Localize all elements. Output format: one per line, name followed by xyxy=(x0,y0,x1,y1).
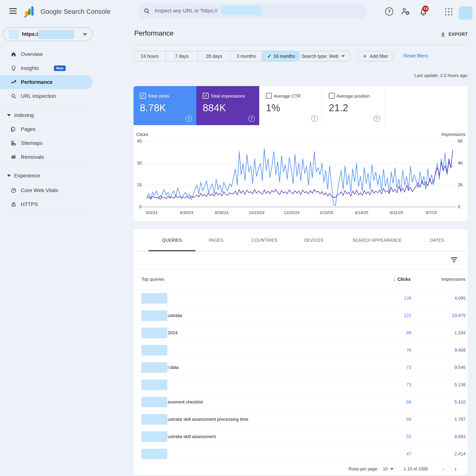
user-settings-icon[interactable] xyxy=(401,7,410,15)
y-axis-left-tick: 15 xyxy=(134,182,142,187)
divider xyxy=(290,52,291,61)
sidebar-item-https[interactable]: HTTPS xyxy=(0,197,93,211)
chevron-down-icon xyxy=(7,175,11,177)
section-experience[interactable]: Experience xyxy=(0,169,93,183)
range-16-months[interactable]: ✓ 16 months xyxy=(262,51,300,61)
x-axis-date-tick: 5/3/24 xyxy=(134,210,169,215)
table-row[interactable]: 76 9,468 xyxy=(134,341,468,359)
sidebar-item-overview[interactable]: Overview xyxy=(0,47,93,61)
y-axis-right-tick: 6K xyxy=(458,139,463,144)
divider xyxy=(4,214,90,215)
search-placeholder: Inspect any URL in "https:// xyxy=(155,8,217,14)
chevron-down-icon xyxy=(7,114,11,116)
x-axis-date-tick: 2/15/25 xyxy=(309,210,344,215)
table-row[interactable]: ustralia skill assessment 50 8,693 xyxy=(134,428,468,445)
sidebar-item-pages[interactable]: Pages xyxy=(0,122,93,136)
dimensions-table-card: QUERIES PAGES COUNTRIES DEVICES SEARCH A… xyxy=(134,229,468,475)
range-7-days[interactable]: 7 days xyxy=(166,51,198,61)
x-axis-date-tick: 10/23/24 xyxy=(239,210,274,215)
tab-search-appearance[interactable]: SEARCH APPEARANCE xyxy=(353,238,402,243)
performance-line-chart[interactable] xyxy=(134,86,468,221)
menu-icon[interactable] xyxy=(9,8,17,15)
export-button[interactable]: EXPORT xyxy=(440,31,468,37)
pagination-range: 1-10 of 1000 xyxy=(404,467,428,472)
table-header: Top queries ↓ Clicks Impressions xyxy=(134,269,468,290)
sidebar-item-sitemaps[interactable]: Sitemaps xyxy=(0,136,93,150)
table-row[interactable]: 2024 99 1,334 xyxy=(134,324,468,341)
redacted-query-box xyxy=(141,293,167,304)
date-range-group: 24 hours 7 days 28 days 3 months ✓ 16 mo… xyxy=(134,51,300,61)
next-page-button[interactable]: › xyxy=(452,466,459,472)
sort-arrow-icon: ↓ xyxy=(393,277,395,282)
x-axis-date-tick: 6/30/24 xyxy=(169,210,204,215)
active-tab-underline xyxy=(148,250,196,251)
range-28-days[interactable]: 28 days xyxy=(198,51,230,61)
table-row[interactable]: i data 73 9,546 xyxy=(134,359,468,376)
new-badge: New xyxy=(54,66,66,71)
column-clicks-sort[interactable]: ↓ Clicks xyxy=(393,277,410,282)
eye-off-icon xyxy=(10,154,17,160)
home-icon xyxy=(10,51,17,57)
y-axis-left-tick: 30 xyxy=(134,161,142,166)
range-3-months[interactable]: 3 months xyxy=(230,51,262,61)
sidebar-item-core-web-vitals[interactable]: Core Web Vitals xyxy=(0,183,93,197)
column-impressions[interactable]: Impressions xyxy=(442,277,466,282)
metrics-chart-card: ✓ Total clicks 8.78K ? ✓ Total impressio… xyxy=(134,86,468,221)
pages-icon xyxy=(10,126,17,132)
lock-icon xyxy=(10,201,17,207)
google-search-console-performance-page: { "colors": { "clicks": "#4c8df6", "impr… xyxy=(0,0,476,476)
section-indexing[interactable]: Indexing xyxy=(0,108,93,122)
last-update-label: Last update: 2.5 hours ago xyxy=(414,73,467,78)
x-axis-date-tick: 12/20/24 xyxy=(274,210,309,215)
notification-count-badge: 74 xyxy=(422,6,429,12)
dimension-tabs: QUERIES PAGES COUNTRIES DEVICES SEARCH A… xyxy=(134,229,468,251)
sidebar-item-removals[interactable]: Removals xyxy=(0,150,93,164)
account-avatar[interactable] xyxy=(459,6,472,20)
redacted-query-box xyxy=(141,414,167,425)
table-row[interactable]: 73 5,138 xyxy=(134,376,468,393)
sidebar-item-insights[interactable]: Insights New xyxy=(0,61,93,75)
chevron-down-icon xyxy=(83,33,87,36)
tab-devices[interactable]: DEVICES xyxy=(304,238,323,243)
redacted-query-box xyxy=(141,431,167,442)
tab-dates[interactable]: DATES xyxy=(430,238,444,243)
table-row[interactable]: ustralia 122 10,475 xyxy=(134,307,468,324)
previous-page-button[interactable]: ‹ xyxy=(440,466,447,472)
reset-filters-link[interactable]: Reset filters xyxy=(404,53,428,59)
check-icon: ✓ xyxy=(267,53,271,59)
tab-countries[interactable]: COUNTRIES xyxy=(251,238,277,243)
table-row[interactable]: 139 4,095 xyxy=(134,290,468,307)
rows-per-page-dropdown[interactable]: 10 xyxy=(383,467,394,472)
trending-up-icon xyxy=(10,79,17,85)
add-filter-button[interactable]: Add filter xyxy=(357,51,394,61)
url-inspect-searchbar[interactable]: Inspect any URL in "https:// xyxy=(137,3,367,18)
table-row[interactable]: essment checklist 66 5,410 xyxy=(134,393,468,411)
filter-list-icon[interactable] xyxy=(451,257,458,263)
notifications-bell-icon[interactable]: 74 xyxy=(419,8,427,16)
tab-queries[interactable]: QUERIES xyxy=(162,238,182,243)
property-favicon-redacted xyxy=(9,30,18,39)
chevron-down-icon xyxy=(341,55,345,57)
sidebar-item-performance[interactable]: Performance xyxy=(0,75,93,89)
y-axis-right-tick: 4K xyxy=(458,161,463,166)
tab-pages[interactable]: PAGES xyxy=(209,238,223,243)
search-type-dropdown[interactable]: Search type: Web xyxy=(296,51,351,61)
redacted-url-box xyxy=(221,5,261,15)
column-top-queries: Top queries xyxy=(141,277,164,282)
redacted-query-box xyxy=(141,397,167,408)
table-row[interactable]: ustralia skill assessment processing tim… xyxy=(134,411,468,428)
x-axis-date-tick: 6/11/25 xyxy=(379,210,414,215)
x-axis-date-tick: 4/14/25 xyxy=(344,210,379,215)
redacted-query-box xyxy=(141,449,167,459)
chevron-down-icon xyxy=(390,468,394,470)
top-header: Google Search Console Inspect any URL in… xyxy=(0,0,476,23)
redacted-query-box xyxy=(141,379,167,390)
table-row[interactable]: 47 2,414 xyxy=(134,445,468,463)
range-24-hours[interactable]: 24 hours xyxy=(134,51,166,61)
property-selector[interactable]: https:// xyxy=(3,27,93,41)
sidebar-item-url-inspection[interactable]: URL inspection xyxy=(0,89,93,103)
google-apps-grid-icon[interactable] xyxy=(445,8,452,16)
speedometer-icon xyxy=(10,187,17,194)
search-icon xyxy=(144,8,150,14)
help-button[interactable]: ? xyxy=(385,7,393,16)
